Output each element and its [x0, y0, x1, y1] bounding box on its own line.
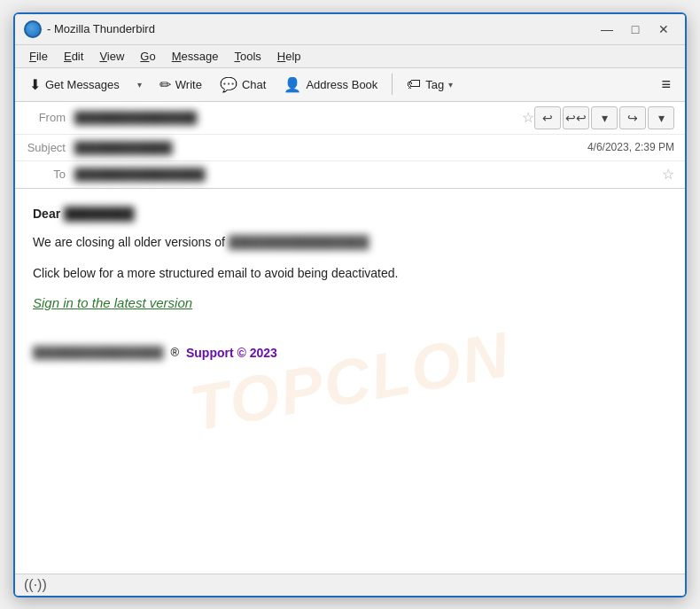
tag-label: Tag [425, 78, 444, 91]
sign-in-link[interactable]: Sign in to the latest version [33, 295, 192, 310]
app-icon [24, 20, 42, 38]
menu-help[interactable]: Help [270, 47, 308, 66]
menu-message[interactable]: Message [165, 47, 226, 66]
reply-all-button[interactable]: ↩↩ [563, 106, 589, 129]
paragraph-1-before: We are closing all older versions of [33, 235, 225, 249]
maximize-button[interactable]: □ [623, 20, 648, 39]
email-header: From ███████████████ ☆ ↩ ↩↩ ▾ ↪ ▾ Subjec… [15, 102, 685, 189]
window-title: - Mozilla Thunderbird [47, 22, 155, 35]
subject-value: ████████████ [74, 141, 587, 154]
tag-icon: 🏷 [407, 76, 421, 92]
watermark: TOPCLON [184, 316, 515, 444]
email-body: TOPCLON Dear ████████ We are closing all… [15, 189, 685, 574]
close-button[interactable]: ✕ [651, 20, 676, 39]
forward-dropdown[interactable]: ▾ [648, 106, 674, 129]
menu-more-button[interactable]: ≡ [654, 72, 678, 98]
title-bar-controls: — □ ✕ [595, 20, 676, 39]
footer-support: Support © 2023 [186, 346, 277, 360]
get-messages-button[interactable]: ⬇ Get Messages [22, 73, 127, 97]
minimize-button[interactable]: — [595, 20, 619, 39]
menu-bar: File Edit View Go Message Tools Help [15, 45, 685, 68]
main-window: - Mozilla Thunderbird — □ ✕ File Edit Vi… [13, 12, 687, 597]
chat-icon: 💬 [220, 76, 237, 93]
chat-label: Chat [242, 78, 266, 91]
paragraph-2: Click below for a more structured email … [33, 264, 667, 283]
tag-button[interactable]: 🏷 Tag ▾ [400, 73, 460, 96]
menu-view[interactable]: View [92, 47, 131, 66]
paragraph-1-blurred: ████████████████ [229, 233, 369, 252]
paragraph-1: We are closing all older versions of ███… [33, 233, 667, 252]
get-messages-icon: ⬇ [29, 76, 41, 93]
get-messages-dropdown[interactable]: ▾ [130, 76, 149, 93]
subject-row: Subject ████████████ 4/6/2023, 2:39 PM [15, 135, 685, 161]
menu-go[interactable]: Go [133, 47, 162, 66]
to-star-icon[interactable]: ☆ [662, 166, 674, 183]
write-button[interactable]: ✏ Write [152, 73, 209, 97]
title-bar-left: - Mozilla Thunderbird [24, 20, 155, 38]
title-bar: - Mozilla Thunderbird — □ ✕ [15, 14, 685, 45]
email-timestamp: 4/6/2023, 2:39 PM [587, 141, 674, 153]
from-row: From ███████████████ ☆ ↩ ↩↩ ▾ ↪ ▾ [15, 102, 685, 135]
reply-dropdown[interactable]: ▾ [591, 106, 618, 129]
header-actions: ↩ ↩↩ ▾ ↪ ▾ [534, 106, 674, 129]
address-book-icon: 👤 [284, 76, 301, 93]
dear-text: Dear [33, 207, 60, 221]
forward-button[interactable]: ↪ [619, 106, 646, 129]
reply-button[interactable]: ↩ [534, 106, 561, 129]
write-icon: ✏ [159, 76, 171, 93]
to-row: To ████████████████ ☆ [15, 161, 685, 188]
chevron-down-icon: ▾ [137, 80, 142, 90]
to-label: To [26, 168, 74, 181]
menu-edit[interactable]: Edit [57, 47, 90, 66]
address-book-label: Address Book [306, 78, 377, 91]
from-label: From [26, 111, 74, 124]
tag-chevron-icon: ▾ [448, 80, 453, 90]
footer-registered: ® [170, 346, 179, 359]
address-book-button[interactable]: 👤 Address Book [276, 73, 385, 97]
star-icon[interactable]: ☆ [522, 109, 534, 126]
toolbar: ⬇ Get Messages ▾ ✏ Write 💬 Chat 👤 Addres… [15, 68, 685, 102]
hamburger-icon: ≡ [661, 75, 671, 94]
from-value: ███████████████ [74, 111, 517, 124]
menu-tools[interactable]: Tools [227, 47, 268, 66]
subject-label: Subject [26, 141, 74, 154]
dear-name: ████████ [64, 207, 134, 221]
footer-domain: ████████████████ [33, 346, 163, 359]
status-icon: ((·)) [24, 577, 47, 593]
chat-button[interactable]: 💬 Chat [213, 73, 273, 97]
write-label: Write [175, 78, 202, 91]
toolbar-separator [392, 74, 393, 95]
footer-area: ████████████████ ® Support © 2023 [33, 346, 667, 360]
status-bar: ((·)) [15, 574, 685, 596]
dear-line: Dear ████████ [33, 207, 667, 221]
get-messages-label: Get Messages [45, 78, 120, 91]
to-value: ████████████████ [74, 168, 657, 181]
menu-file[interactable]: File [22, 47, 55, 66]
